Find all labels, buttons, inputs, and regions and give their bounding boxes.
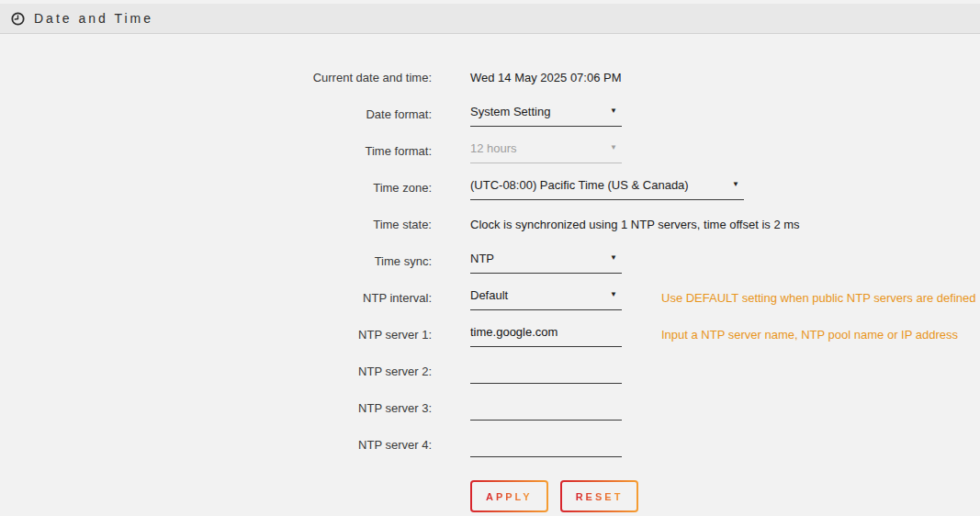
field-label: Time zone: [0,181,432,195]
row-time-zone: Time zone: (UTC-08:00) Pacific Time (US … [0,169,980,206]
ntp-server-1-input[interactable] [470,322,622,347]
current-date-time-value: Wed 14 May 2025 07:06 PM [470,71,622,84]
field-label: Time sync: [0,254,432,268]
panel-header: Date and Time [0,4,980,34]
time-sync-select[interactable]: NTP ▼ [470,249,622,274]
row-time-format: Time format: 12 hours ▼ [0,132,980,169]
field-label: NTP server 2: [0,365,432,378]
form-actions: APPLY RESET [470,480,980,512]
time-zone-select[interactable]: (UTC-08:00) Pacific Time (US & Canada) ▼ [470,175,744,200]
row-date-format: Date format: System Setting ▼ [0,95,980,132]
field-label: NTP interval: [0,291,432,305]
field-label: NTP server 3: [0,401,432,415]
row-ntp-server-4: NTP server 4: [0,426,980,463]
field-label: Time state: [0,218,432,231]
field-label: Current date and time: [0,71,432,84]
ntp-server-2-input[interactable] [470,359,622,384]
date-format-select[interactable]: System Setting ▼ [470,102,622,127]
page-title: Date and Time [34,11,153,26]
field-label: Date format: [0,107,432,121]
row-ntp-server-1: NTP server 1: Input a NTP server name, N… [0,316,980,353]
selected-value: System Setting [470,105,550,118]
ntp-server-4-input[interactable] [470,432,622,457]
row-time-state: Time state: Clock is synchronized using … [0,206,980,242]
row-ntp-server-2: NTP server 2: [0,353,980,389]
selected-value: 12 hours [470,141,517,155]
date-time-form: Current date and time: Wed 14 May 2025 0… [0,34,980,512]
field-label: NTP server 1: [0,328,432,342]
field-label: NTP server 4: [0,438,432,452]
ntp-interval-select[interactable]: Default ▼ [470,286,622,310]
chevron-down-icon: ▼ [610,291,617,298]
chevron-down-icon: ▼ [610,144,617,151]
date-time-panel: Date and Time Current date and time: Wed… [0,4,980,516]
reset-button[interactable]: RESET [560,480,639,512]
row-ntp-server-3: NTP server 3: [0,389,980,426]
chevron-down-icon: ▼ [610,254,617,262]
ntp-server-3-input[interactable] [470,396,622,421]
apply-button[interactable]: APPLY [470,480,548,512]
ntp-server-hint: Input a NTP server name, NTP pool name o… [661,328,958,342]
selected-value: NTP [470,252,494,265]
chevron-down-icon: ▼ [610,107,617,115]
field-label: Time format: [0,144,432,158]
row-current-date-time: Current date and time: Wed 14 May 2025 0… [0,59,980,95]
row-ntp-interval: NTP interval: Default ▼ Use DEFAULT sett… [0,279,980,316]
ntp-interval-hint: Use DEFAULT setting when public NTP serv… [661,291,976,305]
chevron-down-icon: ▼ [732,181,739,188]
time-format-select: 12 hours ▼ [470,139,622,163]
selected-value: Default [470,288,508,302]
time-state-value: Clock is synchronized using 1 NTP server… [470,218,800,231]
selected-value: (UTC-08:00) Pacific Time (US & Canada) [470,178,689,192]
clock-icon [10,11,26,27]
row-time-sync: Time sync: NTP ▼ [0,242,980,279]
